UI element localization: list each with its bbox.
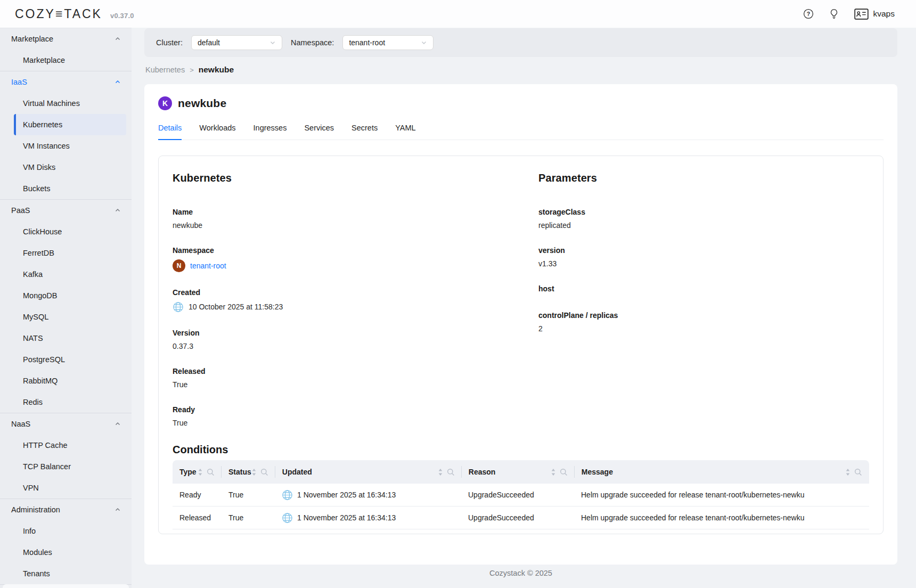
sidebar-item-vm-disks[interactable]: VM Disks (0, 157, 132, 178)
sidebar-item-label: VM Instances (23, 142, 70, 150)
tab-secrets[interactable]: Secrets (351, 124, 378, 140)
tab-ingresses[interactable]: Ingresses (253, 124, 287, 140)
conditions-table: TypeStatusUpdatedReasonMessageReadyTrue1… (173, 460, 869, 529)
field-value: 0.37.3 (173, 342, 538, 351)
tab-yaml[interactable]: YAML (395, 124, 415, 140)
field-label: Created (173, 288, 538, 297)
details-columns: Kubernetes NamenewkubeNamespaceNtenant-r… (173, 170, 869, 444)
sidebar-scroll-thumb[interactable] (3, 584, 129, 588)
sort-icon[interactable] (845, 468, 850, 476)
conditions-table-header: TypeStatusUpdatedReasonMessage (173, 460, 869, 484)
sort-icon[interactable] (198, 468, 203, 476)
sidebar-group-naas[interactable]: NaaS (0, 413, 132, 435)
search-icon[interactable] (447, 468, 455, 476)
sidebar-item-label: RabbitMQ (23, 377, 58, 385)
sidebar-item-label: Info (23, 527, 36, 535)
sidebar-item-marketplace[interactable]: Marketplace (0, 50, 132, 71)
main-card: K newkube DetailsWorkloadsIngressesServi… (144, 84, 897, 565)
table-row: ReleasedTrue1 November 2025 at 16:34:13U… (173, 507, 869, 529)
sort-icon[interactable] (251, 468, 257, 476)
sidebar-item-label: MongoDB (23, 291, 57, 300)
sidebar-item-label: VM Disks (23, 163, 55, 172)
bulb-icon[interactable] (829, 9, 839, 19)
cell-text: UpgradeSucceeded (468, 513, 534, 522)
chevron-up-icon (114, 36, 121, 42)
sidebar-item-kafka[interactable]: Kafka (0, 264, 132, 285)
conditions-heading: Conditions (173, 444, 869, 456)
field-value: replicated (538, 221, 869, 230)
sidebar-item-nats[interactable]: NATS (0, 328, 132, 349)
sidebar-item-rabbitmq[interactable]: RabbitMQ (0, 370, 132, 391)
field-controlplane-replicas: controlPlane / replicas2 (538, 311, 869, 333)
field-value: newkube (173, 221, 538, 230)
sidebar-item-mongodb[interactable]: MongoDB (0, 285, 132, 306)
sidebar-item-tcp-balancer[interactable]: TCP Balancer (0, 456, 132, 477)
sidebar-group-iaas[interactable]: IaaS (0, 71, 132, 93)
brand-logo[interactable]: COZY≡TACK v0.37.0 (15, 7, 134, 21)
sidebar-item-kubernetes[interactable]: Kubernetes (14, 114, 126, 135)
globe-icon (173, 301, 184, 313)
field-label: controlPlane / replicas (538, 311, 869, 320)
namespace-label: Namespace: (291, 38, 334, 47)
sidebar-group-paas[interactable]: PaaS (0, 200, 132, 221)
chevron-up-icon (114, 79, 121, 85)
sidebar-item-redis[interactable]: Redis (0, 391, 132, 413)
sidebar-item-ferretdb[interactable]: FerretDB (0, 242, 132, 264)
sidebar-item-virtual-machines[interactable]: Virtual Machines (0, 93, 132, 114)
sidebar-group-marketplace[interactable]: Marketplace (0, 28, 132, 50)
field-label: Namespace (173, 246, 538, 255)
sidebar-item-buckets[interactable]: Buckets (0, 178, 132, 199)
sidebar-item-vpn[interactable]: VPN (0, 477, 132, 499)
column-header-type: Type (173, 460, 222, 484)
sidebar-item-tenants[interactable]: Tenants (0, 563, 132, 584)
globe-icon (282, 512, 293, 524)
cell-updated: 1 November 2025 at 16:34:13 (275, 484, 461, 506)
sidebar-group-administration[interactable]: Administration (0, 499, 132, 520)
search-icon[interactable] (560, 468, 568, 476)
sidebar-group-label: NaaS (11, 420, 30, 428)
field-namespace: NamespaceNtenant-root (173, 246, 538, 272)
field-label: Version (173, 329, 538, 338)
sidebar-item-vm-instances[interactable]: VM Instances (0, 135, 132, 157)
search-icon[interactable] (260, 468, 268, 476)
sidebar-item-clickhouse[interactable]: ClickHouse (0, 221, 132, 242)
sidebar-item-http-cache[interactable]: HTTP Cache (0, 435, 132, 456)
parameters-section: Parameters storageClassreplicatedversion… (538, 170, 869, 444)
cell-reason: UpgradeSucceeded (461, 507, 574, 529)
tab-workloads[interactable]: Workloads (199, 124, 235, 140)
sort-icon[interactable] (551, 468, 556, 476)
sidebar-item-postgresql[interactable]: PostgreSQL (0, 349, 132, 370)
cell-reason: UpgradeSucceeded (461, 484, 574, 506)
column-header-updated: Updated (275, 460, 462, 484)
namespace-link[interactable]: tenant-root (190, 262, 226, 271)
namespace-select[interactable]: tenant-root (342, 35, 434, 50)
column-header-label: Updated (282, 468, 312, 476)
sidebar-item-label: MySQL (23, 313, 48, 321)
user-name: kvaps (873, 9, 895, 19)
cluster-select[interactable]: default (191, 35, 282, 50)
help-icon[interactable]: ? (803, 9, 814, 19)
user-menu[interactable]: kvaps (854, 9, 895, 20)
search-icon[interactable] (854, 468, 862, 476)
field-value: 2 (538, 324, 869, 333)
footer-text: Cozystack © 2025 (144, 569, 897, 577)
sidebar-group-label: Marketplace (11, 35, 53, 43)
tab-details[interactable]: Details (158, 124, 182, 140)
cell-text: Released (179, 513, 211, 522)
field-created: Created10 October 2025 at 11:58:23 (173, 288, 538, 313)
sidebar-item-label: Redis (23, 398, 43, 406)
sidebar-item-label: Marketplace (23, 56, 65, 64)
sidebar-item-mysql[interactable]: MySQL (0, 306, 132, 328)
search-icon[interactable] (207, 468, 215, 476)
sidebar-item-modules[interactable]: Modules (0, 542, 132, 563)
sort-icon[interactable] (438, 468, 443, 476)
sidebar-item-info[interactable]: Info (0, 520, 132, 542)
column-header-label: Reason (469, 468, 496, 476)
field-label: host (538, 284, 869, 293)
kubernetes-avatar: K (158, 96, 172, 110)
tab-services[interactable]: Services (304, 124, 334, 140)
chevron-up-icon (114, 507, 121, 513)
column-header-label: Status (228, 468, 251, 476)
breadcrumb-parent-link[interactable]: Kubernetes (145, 66, 185, 74)
field-ready: ReadyTrue (173, 405, 538, 428)
